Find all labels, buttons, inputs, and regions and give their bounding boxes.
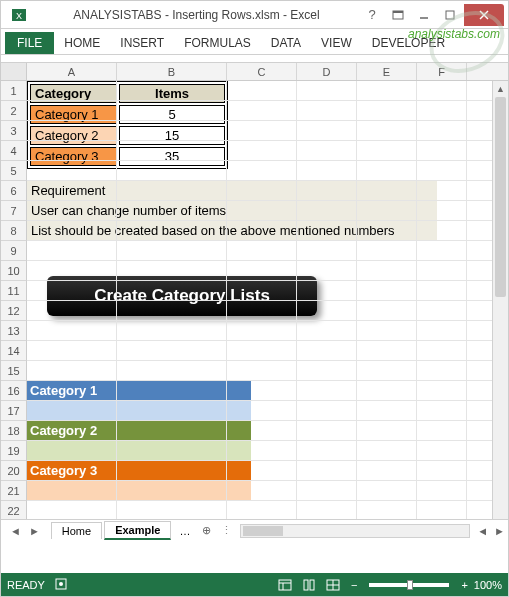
sheet-tab-example[interactable]: Example — [104, 521, 171, 540]
row-header[interactable]: 10 — [1, 261, 27, 281]
row-header[interactable]: 13 — [1, 321, 27, 341]
column-headers: A B C D E F — [1, 63, 508, 81]
zoom-slider[interactable] — [369, 583, 449, 587]
req-line2[interactable]: List should be created based on the abov… — [27, 221, 437, 241]
minimize-button[interactable] — [412, 4, 436, 26]
ribbon-options-button[interactable] — [386, 4, 410, 26]
zoom-out-button[interactable]: − — [351, 579, 357, 591]
worksheet: A B C D E F 1234567891011121314151617181… — [1, 63, 508, 541]
band-sub[interactable] — [27, 481, 251, 501]
tab-home[interactable]: HOME — [54, 32, 110, 54]
svg-rect-14 — [310, 580, 314, 590]
band-sub[interactable] — [27, 401, 251, 421]
row-header[interactable]: 5 — [1, 161, 27, 181]
create-category-lists-button[interactable]: Create Category Lists — [47, 276, 317, 316]
tab-data[interactable]: DATA — [261, 32, 311, 54]
row-header[interactable]: 14 — [1, 341, 27, 361]
req-line1[interactable]: User can change number of items — [27, 201, 437, 221]
sheet-nav-prev[interactable]: ◄ — [7, 525, 24, 537]
cell-items3[interactable]: 35 — [119, 147, 225, 166]
excel-icon: X — [5, 3, 33, 27]
row-header[interactable]: 9 — [1, 241, 27, 261]
close-button[interactable] — [464, 4, 504, 26]
col-header-d[interactable]: D — [297, 63, 357, 80]
col-header-b[interactable]: B — [117, 63, 227, 80]
help-button[interactable]: ? — [360, 4, 384, 26]
svg-point-9 — [59, 582, 63, 586]
vertical-scrollbar[interactable]: ▲ ▼ — [492, 81, 508, 541]
sheet-tab-bar: ◄ ► Home Example … ⊕ ⋮ ◄ ► — [1, 519, 508, 541]
title-bar: X ANALYSISTABS - Inserting Rows.xlsm - E… — [1, 1, 508, 29]
svg-rect-3 — [393, 11, 403, 13]
horizontal-scrollbar[interactable] — [240, 524, 470, 538]
row-header[interactable]: 3 — [1, 121, 27, 141]
cells-area[interactable]: Category Items Category 1 5 Category 2 1… — [27, 81, 508, 541]
svg-rect-13 — [304, 580, 308, 590]
row-header[interactable]: 20 — [1, 461, 27, 481]
requirement-block[interactable]: Requirement User can change number of it… — [27, 181, 437, 241]
row-header[interactable]: 19 — [1, 441, 27, 461]
window-title: ANALYSISTABS - Inserting Rows.xlsm - Exc… — [33, 8, 360, 22]
file-tab[interactable]: FILE — [5, 32, 54, 54]
sheet-tab-home[interactable]: Home — [51, 522, 102, 539]
zoom-level[interactable]: 100% — [474, 579, 502, 591]
scroll-right-arrow[interactable]: ► — [491, 525, 508, 537]
maximize-button[interactable] — [438, 4, 462, 26]
sheet-nav-next[interactable]: ► — [26, 525, 43, 537]
hscroll-thumb[interactable] — [243, 526, 283, 536]
status-ready: READY — [7, 579, 45, 591]
select-all-corner[interactable] — [1, 63, 27, 80]
row-header[interactable]: 7 — [1, 201, 27, 221]
row-header[interactable]: 4 — [1, 141, 27, 161]
row-header[interactable]: 6 — [1, 181, 27, 201]
ribbon-tabs: FILE HOME INSERT FORMULAS DATA VIEW DEVE… — [1, 29, 508, 55]
cell-cat1[interactable]: Category 1 — [30, 105, 117, 124]
zoom-slider-knob[interactable] — [407, 580, 413, 590]
row-header[interactable]: 1 — [1, 81, 27, 101]
col-header-c[interactable]: C — [227, 63, 297, 80]
zoom-in-button[interactable]: + — [461, 579, 467, 591]
tab-view[interactable]: VIEW — [311, 32, 362, 54]
page-layout-view-button[interactable] — [298, 577, 320, 593]
row-header[interactable]: 11 — [1, 281, 27, 301]
row-header[interactable]: 17 — [1, 401, 27, 421]
svg-rect-10 — [279, 580, 291, 590]
cell-items1[interactable]: 5 — [119, 105, 225, 124]
row-header[interactable]: 16 — [1, 381, 27, 401]
svg-rect-5 — [446, 11, 454, 19]
col-header-a[interactable]: A — [27, 63, 117, 80]
band-header[interactable]: Category 2 — [27, 421, 251, 441]
tab-insert[interactable]: INSERT — [110, 32, 174, 54]
row-header[interactable]: 15 — [1, 361, 27, 381]
band-header[interactable]: Category 1 — [27, 381, 251, 401]
row-headers: 123456789101112131415161718192021222324 — [1, 81, 27, 541]
row-header[interactable]: 21 — [1, 481, 27, 501]
tab-formulas[interactable]: FORMULAS — [174, 32, 261, 54]
page-break-view-button[interactable] — [322, 577, 344, 593]
category-table[interactable]: Category Items Category 1 5 Category 2 1… — [27, 81, 228, 169]
row-header[interactable]: 22 — [1, 501, 27, 521]
vscroll-thumb[interactable] — [495, 97, 506, 297]
svg-text:X: X — [16, 11, 22, 21]
row-header[interactable]: 12 — [1, 301, 27, 321]
req-title[interactable]: Requirement — [27, 181, 437, 201]
scroll-left-arrow[interactable]: ◄ — [474, 525, 491, 537]
row-header[interactable]: 8 — [1, 221, 27, 241]
normal-view-button[interactable] — [274, 577, 296, 593]
col-header-f[interactable]: F — [417, 63, 467, 80]
band-sub[interactable] — [27, 441, 251, 461]
status-bar: READY − + 100% — [1, 573, 508, 596]
row-header[interactable]: 2 — [1, 101, 27, 121]
scroll-up-arrow[interactable]: ▲ — [493, 81, 508, 97]
cell-cat3[interactable]: Category 3 — [30, 147, 117, 166]
col-header-e[interactable]: E — [357, 63, 417, 80]
tab-developer[interactable]: DEVELOPER — [362, 32, 455, 54]
cell-items2[interactable]: 15 — [119, 126, 225, 145]
tab-split-handle[interactable]: ⋮ — [217, 524, 236, 537]
sheet-tab-more[interactable]: … — [173, 523, 196, 539]
new-sheet-button[interactable]: ⊕ — [196, 524, 217, 537]
band-header[interactable]: Category 3 — [27, 461, 251, 481]
cell-cat2[interactable]: Category 2 — [30, 126, 117, 145]
row-header[interactable]: 18 — [1, 421, 27, 441]
macro-record-icon[interactable] — [55, 578, 67, 592]
